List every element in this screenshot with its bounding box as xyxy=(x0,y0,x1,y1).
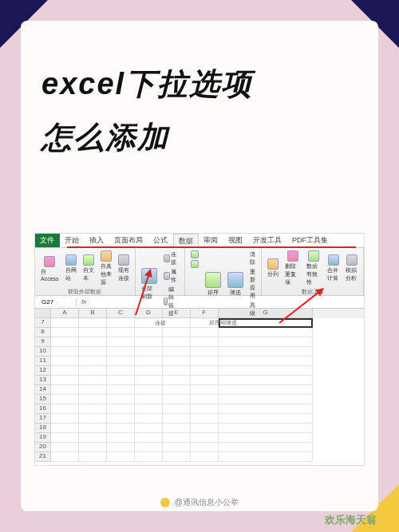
cell-C10[interactable] xyxy=(107,347,135,357)
cell-E11[interactable] xyxy=(163,357,191,366)
cell-C18[interactable] xyxy=(107,424,135,433)
cell-G8[interactable] xyxy=(219,328,313,337)
cell-B13[interactable] xyxy=(79,376,107,385)
cell-F19[interactable] xyxy=(191,433,219,443)
cell-A11[interactable] xyxy=(51,357,79,366)
cell-C13[interactable] xyxy=(107,376,135,385)
cell-B16[interactable] xyxy=(79,404,107,414)
cell-A17[interactable] xyxy=(51,414,79,424)
btn-connections[interactable]: 连接 xyxy=(161,250,182,267)
tab-review[interactable]: 审阅 xyxy=(199,234,223,247)
cell-A9[interactable] xyxy=(51,337,79,347)
cell-A16[interactable] xyxy=(51,404,79,414)
cell-D12[interactable] xyxy=(135,366,163,376)
btn-reapply[interactable]: 重新应用 xyxy=(247,267,258,301)
row-header-9[interactable]: 9 xyxy=(35,337,51,347)
cell-A18[interactable] xyxy=(51,424,79,433)
cell-A13[interactable] xyxy=(51,376,79,385)
tab-data[interactable]: 数据 xyxy=(173,234,199,247)
cell-A7[interactable] xyxy=(51,318,79,328)
tab-pdf[interactable]: PDF工具集 xyxy=(287,234,334,247)
cell-B18[interactable] xyxy=(79,424,107,433)
cell-E12[interactable] xyxy=(163,366,191,376)
btn-properties[interactable]: 属性 xyxy=(161,267,182,285)
cell-E13[interactable] xyxy=(163,376,191,385)
cell-F9[interactable] xyxy=(191,337,219,347)
cell-A15[interactable] xyxy=(51,395,79,404)
namebox[interactable]: G27 xyxy=(35,298,77,305)
cell-C21[interactable] xyxy=(107,452,135,462)
btn-refresh-all[interactable]: 全部刷新 xyxy=(139,250,160,318)
cell-C16[interactable] xyxy=(107,404,135,414)
row-header-15[interactable]: 15 xyxy=(35,395,51,404)
row-header-21[interactable]: 21 xyxy=(35,452,51,462)
btn-whatif[interactable]: 模拟分析 xyxy=(343,250,360,287)
cell-F16[interactable] xyxy=(191,404,219,414)
row-header-17[interactable]: 17 xyxy=(35,414,51,424)
cell-A19[interactable] xyxy=(51,433,79,443)
tab-dev[interactable]: 开发工具 xyxy=(248,234,287,247)
cell-E16[interactable] xyxy=(163,404,191,414)
cell-F13[interactable] xyxy=(191,376,219,385)
row-header-14[interactable]: 14 xyxy=(35,385,51,395)
tab-formula[interactable]: 公式 xyxy=(148,234,173,247)
cell-F14[interactable] xyxy=(191,385,219,395)
btn-from-access[interactable]: 自 Access xyxy=(38,250,61,287)
cell-B9[interactable] xyxy=(79,337,107,347)
cell-D10[interactable] xyxy=(135,347,163,357)
cell-F15[interactable] xyxy=(191,395,219,404)
cell-D16[interactable] xyxy=(135,404,163,414)
cell-B8[interactable] xyxy=(79,328,107,337)
cell-A12[interactable] xyxy=(51,366,79,376)
cell-E14[interactable] xyxy=(163,385,191,395)
cell-D20[interactable] xyxy=(135,443,163,452)
cell-G9[interactable] xyxy=(219,337,313,347)
cell-F18[interactable] xyxy=(191,424,219,433)
cell-D8[interactable] xyxy=(135,328,163,337)
cell-G12[interactable] xyxy=(219,366,313,376)
cell-E15[interactable] xyxy=(163,395,191,404)
cell-F8[interactable] xyxy=(191,328,219,337)
btn-existing-conn[interactable]: 现有连接 xyxy=(116,250,132,287)
btn-from-web[interactable]: 自网站 xyxy=(63,250,79,287)
tab-home[interactable]: 开始 xyxy=(60,234,85,247)
cell-G15[interactable] xyxy=(219,395,313,404)
cell-F21[interactable] xyxy=(191,452,219,462)
row-header-19[interactable]: 19 xyxy=(35,433,51,443)
cell-F20[interactable] xyxy=(191,443,219,452)
btn-texttocol[interactable]: 分列 xyxy=(265,250,281,287)
btn-from-text[interactable]: 自文本 xyxy=(81,250,97,287)
btn-editlinks[interactable]: 编辑链接 xyxy=(161,285,182,318)
tab-insert[interactable]: 插入 xyxy=(85,234,109,247)
cell-G17[interactable] xyxy=(219,414,313,424)
cell-B15[interactable] xyxy=(79,395,107,404)
row-header-12[interactable]: 12 xyxy=(35,366,51,376)
tab-view[interactable]: 视图 xyxy=(223,234,248,247)
cell-C15[interactable] xyxy=(107,395,135,404)
cell-D15[interactable] xyxy=(135,395,163,404)
cell-B11[interactable] xyxy=(79,357,107,366)
btn-from-other[interactable]: 自其他来源 xyxy=(98,250,114,287)
cell-D11[interactable] xyxy=(135,357,163,366)
btn-consolidate[interactable]: 合并计算 xyxy=(325,250,342,287)
cell-A14[interactable] xyxy=(51,385,79,395)
col-header-C[interactable]: C xyxy=(107,309,135,318)
cell-G18[interactable] xyxy=(219,424,313,433)
row-header-10[interactable]: 10 xyxy=(35,347,51,357)
cell-B21[interactable] xyxy=(79,452,107,462)
row-header-20[interactable]: 20 xyxy=(35,443,51,452)
cell-C9[interactable] xyxy=(107,337,135,347)
cell-G11[interactable] xyxy=(219,357,313,366)
cell-E21[interactable] xyxy=(163,452,191,462)
row-header-11[interactable]: 11 xyxy=(35,357,51,366)
cell-E9[interactable] xyxy=(163,337,191,347)
cell-G10[interactable] xyxy=(219,347,313,357)
cell-D21[interactable] xyxy=(135,452,163,462)
cell-C19[interactable] xyxy=(107,433,135,443)
btn-sort-za[interactable] xyxy=(188,259,201,269)
cell-C8[interactable] xyxy=(107,328,135,337)
btn-validation[interactable]: 数据有效性 xyxy=(304,250,323,287)
btn-clear[interactable]: 清除 xyxy=(247,250,258,267)
cell-E17[interactable] xyxy=(163,414,191,424)
cell-D9[interactable] xyxy=(135,337,163,347)
